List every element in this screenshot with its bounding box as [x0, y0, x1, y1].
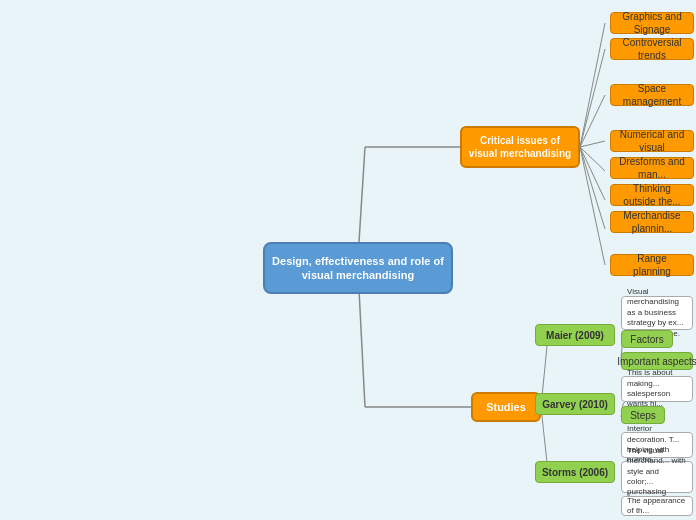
storms-description3: The appearance of th... — [621, 496, 693, 516]
storms-description2: The visual merchand... with style and co… — [621, 461, 693, 493]
right-item-numerical[interactable]: Numerical and visual — [610, 130, 694, 152]
main-node[interactable]: Design, effectiveness and role of visual… — [263, 242, 453, 294]
svg-line-9 — [580, 147, 605, 200]
svg-line-5 — [580, 49, 605, 147]
right-item-thinking[interactable]: Thinking outside the... — [610, 184, 694, 206]
main-label: Design, effectiveness and role of visual… — [271, 254, 445, 283]
critical-node[interactable]: Critical issues ofvisual merchandising — [460, 126, 580, 168]
right-item-space[interactable]: Space management — [610, 84, 694, 106]
svg-line-10 — [580, 147, 605, 229]
garvey-description: This is about making... salesperson want… — [621, 376, 693, 402]
maier-factors[interactable]: Factors — [621, 330, 673, 348]
svg-line-4 — [580, 23, 605, 147]
garvey-steps[interactable]: Steps — [621, 406, 665, 424]
svg-line-8 — [580, 147, 605, 171]
maier-description: Visual merchandising as a business strat… — [621, 296, 693, 330]
right-item-range[interactable]: Range planning — [610, 254, 694, 276]
studies-label: Studies — [486, 400, 526, 414]
svg-line-7 — [580, 141, 605, 147]
right-item-graphics[interactable]: Graphics and Signage — [610, 12, 694, 34]
svg-line-11 — [580, 147, 605, 265]
critical-label: Critical issues ofvisual merchandising — [469, 134, 571, 160]
right-item-controversial[interactable]: Controversial trends — [610, 38, 694, 60]
right-item-dresforms[interactable]: Dresforms and man... — [610, 157, 694, 179]
right-item-merchandise[interactable]: Merchandise plannin... — [610, 211, 694, 233]
svg-line-6 — [580, 95, 605, 147]
garvey-node[interactable]: Garvey (2010) — [535, 393, 615, 415]
maier-node[interactable]: Maier (2009) — [535, 324, 615, 346]
studies-node[interactable]: Studies — [471, 392, 541, 422]
storms-node[interactable]: Storms (2006) — [535, 461, 615, 483]
